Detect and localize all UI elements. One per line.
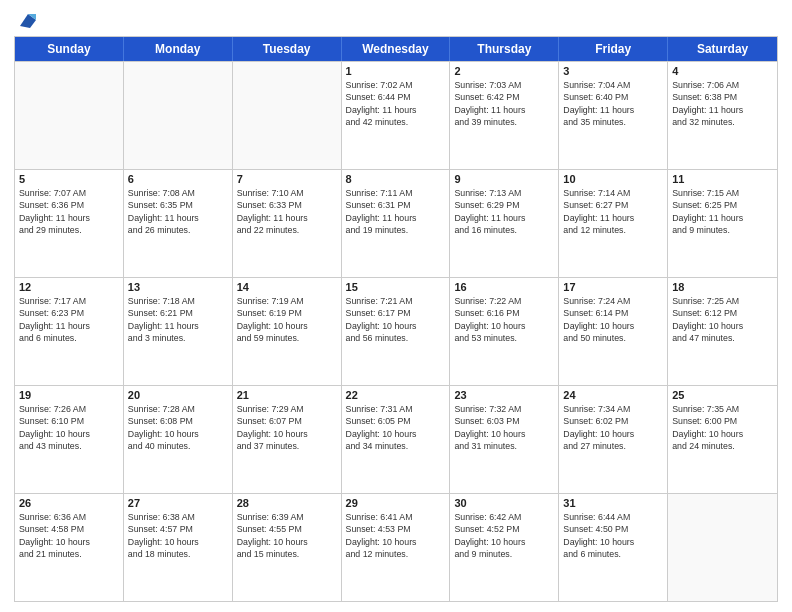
cell-info-text: Sunrise: 7:13 AM Sunset: 6:29 PM Dayligh… [454,187,554,236]
cell-info-text: Sunrise: 7:22 AM Sunset: 6:16 PM Dayligh… [454,295,554,344]
cell-info-text: Sunrise: 7:24 AM Sunset: 6:14 PM Dayligh… [563,295,663,344]
cell-date-number: 18 [672,281,773,293]
calendar-empty-cell [233,62,342,169]
calendar-day-6: 6Sunrise: 7:08 AM Sunset: 6:35 PM Daylig… [124,170,233,277]
calendar-header-row: SundayMondayTuesdayWednesdayThursdayFrid… [15,37,777,61]
calendar-row-3: 19Sunrise: 7:26 AM Sunset: 6:10 PM Dayli… [15,385,777,493]
cell-info-text: Sunrise: 7:17 AM Sunset: 6:23 PM Dayligh… [19,295,119,344]
calendar-day-31: 31Sunrise: 6:44 AM Sunset: 4:50 PM Dayli… [559,494,668,601]
cell-info-text: Sunrise: 7:32 AM Sunset: 6:03 PM Dayligh… [454,403,554,452]
calendar-day-header-friday: Friday [559,37,668,61]
cell-info-text: Sunrise: 7:02 AM Sunset: 6:44 PM Dayligh… [346,79,446,128]
calendar-day-header-thursday: Thursday [450,37,559,61]
calendar-day-14: 14Sunrise: 7:19 AM Sunset: 6:19 PM Dayli… [233,278,342,385]
cell-info-text: Sunrise: 7:03 AM Sunset: 6:42 PM Dayligh… [454,79,554,128]
calendar-body: 1Sunrise: 7:02 AM Sunset: 6:44 PM Daylig… [15,61,777,601]
calendar-day-15: 15Sunrise: 7:21 AM Sunset: 6:17 PM Dayli… [342,278,451,385]
calendar-day-11: 11Sunrise: 7:15 AM Sunset: 6:25 PM Dayli… [668,170,777,277]
cell-info-text: Sunrise: 6:41 AM Sunset: 4:53 PM Dayligh… [346,511,446,560]
cell-date-number: 14 [237,281,337,293]
cell-date-number: 20 [128,389,228,401]
calendar-row-2: 12Sunrise: 7:17 AM Sunset: 6:23 PM Dayli… [15,277,777,385]
cell-info-text: Sunrise: 6:42 AM Sunset: 4:52 PM Dayligh… [454,511,554,560]
cell-date-number: 1 [346,65,446,77]
cell-info-text: Sunrise: 7:11 AM Sunset: 6:31 PM Dayligh… [346,187,446,236]
header [14,10,778,30]
cell-date-number: 2 [454,65,554,77]
cell-date-number: 22 [346,389,446,401]
calendar-day-21: 21Sunrise: 7:29 AM Sunset: 6:07 PM Dayli… [233,386,342,493]
cell-date-number: 15 [346,281,446,293]
logo-icon [18,10,38,30]
calendar-day-header-monday: Monday [124,37,233,61]
calendar-day-27: 27Sunrise: 6:38 AM Sunset: 4:57 PM Dayli… [124,494,233,601]
calendar-day-20: 20Sunrise: 7:28 AM Sunset: 6:08 PM Dayli… [124,386,233,493]
cell-info-text: Sunrise: 7:19 AM Sunset: 6:19 PM Dayligh… [237,295,337,344]
cell-info-text: Sunrise: 7:35 AM Sunset: 6:00 PM Dayligh… [672,403,773,452]
cell-date-number: 29 [346,497,446,509]
cell-date-number: 24 [563,389,663,401]
calendar-day-5: 5Sunrise: 7:07 AM Sunset: 6:36 PM Daylig… [15,170,124,277]
cell-info-text: Sunrise: 7:28 AM Sunset: 6:08 PM Dayligh… [128,403,228,452]
calendar-day-7: 7Sunrise: 7:10 AM Sunset: 6:33 PM Daylig… [233,170,342,277]
calendar-day-16: 16Sunrise: 7:22 AM Sunset: 6:16 PM Dayli… [450,278,559,385]
cell-info-text: Sunrise: 7:34 AM Sunset: 6:02 PM Dayligh… [563,403,663,452]
cell-date-number: 28 [237,497,337,509]
calendar-day-30: 30Sunrise: 6:42 AM Sunset: 4:52 PM Dayli… [450,494,559,601]
cell-info-text: Sunrise: 7:10 AM Sunset: 6:33 PM Dayligh… [237,187,337,236]
calendar-empty-cell [15,62,124,169]
cell-info-text: Sunrise: 6:39 AM Sunset: 4:55 PM Dayligh… [237,511,337,560]
calendar-day-8: 8Sunrise: 7:11 AM Sunset: 6:31 PM Daylig… [342,170,451,277]
cell-info-text: Sunrise: 6:36 AM Sunset: 4:58 PM Dayligh… [19,511,119,560]
cell-date-number: 27 [128,497,228,509]
calendar-row-0: 1Sunrise: 7:02 AM Sunset: 6:44 PM Daylig… [15,61,777,169]
calendar-day-3: 3Sunrise: 7:04 AM Sunset: 6:40 PM Daylig… [559,62,668,169]
cell-date-number: 5 [19,173,119,185]
calendar-row-1: 5Sunrise: 7:07 AM Sunset: 6:36 PM Daylig… [15,169,777,277]
cell-info-text: Sunrise: 7:21 AM Sunset: 6:17 PM Dayligh… [346,295,446,344]
calendar-day-23: 23Sunrise: 7:32 AM Sunset: 6:03 PM Dayli… [450,386,559,493]
cell-date-number: 12 [19,281,119,293]
calendar-day-26: 26Sunrise: 6:36 AM Sunset: 4:58 PM Dayli… [15,494,124,601]
cell-date-number: 8 [346,173,446,185]
cell-date-number: 21 [237,389,337,401]
cell-info-text: Sunrise: 7:18 AM Sunset: 6:21 PM Dayligh… [128,295,228,344]
calendar-day-header-saturday: Saturday [668,37,777,61]
cell-info-text: Sunrise: 7:31 AM Sunset: 6:05 PM Dayligh… [346,403,446,452]
cell-date-number: 4 [672,65,773,77]
calendar-day-12: 12Sunrise: 7:17 AM Sunset: 6:23 PM Dayli… [15,278,124,385]
calendar-day-10: 10Sunrise: 7:14 AM Sunset: 6:27 PM Dayli… [559,170,668,277]
cell-date-number: 13 [128,281,228,293]
calendar-day-28: 28Sunrise: 6:39 AM Sunset: 4:55 PM Dayli… [233,494,342,601]
cell-info-text: Sunrise: 7:07 AM Sunset: 6:36 PM Dayligh… [19,187,119,236]
cell-date-number: 25 [672,389,773,401]
cell-info-text: Sunrise: 7:06 AM Sunset: 6:38 PM Dayligh… [672,79,773,128]
cell-date-number: 26 [19,497,119,509]
calendar-empty-cell [668,494,777,601]
calendar-row-4: 26Sunrise: 6:36 AM Sunset: 4:58 PM Dayli… [15,493,777,601]
cell-date-number: 30 [454,497,554,509]
calendar-day-9: 9Sunrise: 7:13 AM Sunset: 6:29 PM Daylig… [450,170,559,277]
cell-info-text: Sunrise: 7:25 AM Sunset: 6:12 PM Dayligh… [672,295,773,344]
cell-date-number: 31 [563,497,663,509]
calendar-day-24: 24Sunrise: 7:34 AM Sunset: 6:02 PM Dayli… [559,386,668,493]
calendar-day-29: 29Sunrise: 6:41 AM Sunset: 4:53 PM Dayli… [342,494,451,601]
calendar-day-17: 17Sunrise: 7:24 AM Sunset: 6:14 PM Dayli… [559,278,668,385]
calendar-empty-cell [124,62,233,169]
calendar-day-13: 13Sunrise: 7:18 AM Sunset: 6:21 PM Dayli… [124,278,233,385]
cell-date-number: 17 [563,281,663,293]
calendar-day-2: 2Sunrise: 7:03 AM Sunset: 6:42 PM Daylig… [450,62,559,169]
calendar-day-1: 1Sunrise: 7:02 AM Sunset: 6:44 PM Daylig… [342,62,451,169]
cell-date-number: 16 [454,281,554,293]
cell-date-number: 7 [237,173,337,185]
calendar-day-header-sunday: Sunday [15,37,124,61]
cell-date-number: 6 [128,173,228,185]
cell-date-number: 11 [672,173,773,185]
cell-date-number: 19 [19,389,119,401]
cell-date-number: 3 [563,65,663,77]
calendar-day-4: 4Sunrise: 7:06 AM Sunset: 6:38 PM Daylig… [668,62,777,169]
cell-info-text: Sunrise: 7:26 AM Sunset: 6:10 PM Dayligh… [19,403,119,452]
cell-info-text: Sunrise: 7:29 AM Sunset: 6:07 PM Dayligh… [237,403,337,452]
cell-info-text: Sunrise: 6:44 AM Sunset: 4:50 PM Dayligh… [563,511,663,560]
logo [14,10,38,30]
